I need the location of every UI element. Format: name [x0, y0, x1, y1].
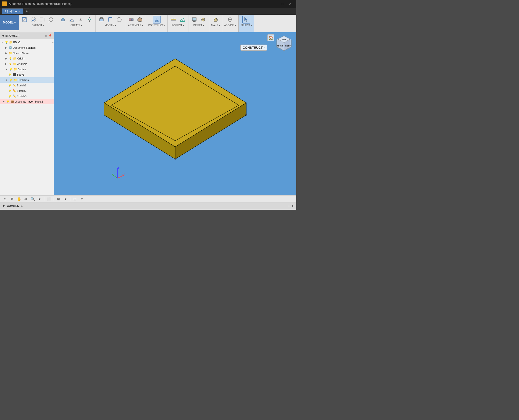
tree-item-choc-layer[interactable]: ▶ 💡 📦 chocolate_layer_base:1 [0, 99, 54, 104]
modify-chamfer-icon[interactable] [115, 16, 123, 23]
svg-rect-3 [40, 17, 44, 22]
create-mirror-icon[interactable] [86, 16, 93, 23]
tree-icon-bulb-sketches: 💡 [9, 78, 13, 82]
close-button[interactable]: ✕ [286, 1, 294, 6]
tree-item-sketch2[interactable]: 💡 ✏️ Sketch2 [0, 88, 54, 93]
view-dropdown-btn[interactable]: ▾ [36, 196, 43, 202]
app-icon: F [2, 1, 7, 6]
make-icon[interactable] [212, 16, 220, 23]
tree-item-bodies[interactable]: ▼ 💡 📁 Bodies [0, 67, 54, 72]
modify-group: MODIFY ▾ [96, 15, 125, 32]
svg-marker-26 [180, 18, 185, 22]
maximize-button[interactable]: □ [278, 1, 286, 6]
inspect-measure-icon[interactable] [170, 16, 177, 23]
svg-rect-12 [99, 19, 103, 21]
inspect-label: INSPECT ▾ [172, 24, 184, 27]
browser-options-btn[interactable]: ≡ [45, 34, 47, 37]
comments-expand-icon[interactable]: ▶ [3, 204, 5, 207]
browser-pin-btn[interactable]: 📌 [48, 34, 52, 37]
select-icon[interactable] [242, 16, 250, 23]
addins-icon[interactable] [226, 16, 234, 23]
comments-options-btn[interactable]: ≡ [292, 204, 293, 207]
construct-group: CONSTRUCT ▾ [146, 15, 167, 32]
addins-label: ADD-INS ▾ [224, 24, 236, 27]
construct-label: CONSTRUCT ▾ [148, 24, 165, 27]
tree-item-named-views[interactable]: ▶ 📁 Named Views [0, 50, 54, 56]
svg-line-50 [118, 175, 124, 178]
tab-close-icon[interactable]: ✕ [18, 10, 20, 13]
tree-arrow-views: ▶ [4, 52, 8, 54]
tree-label-sketch2: Sketch2 [17, 89, 54, 92]
sketch-finish-icon[interactable] [29, 16, 37, 23]
tab-pb-v8[interactable]: PB v8* ● ✕ [2, 8, 23, 14]
construct-plane-icon[interactable] [153, 16, 161, 23]
tree-arrow-bodies: ▼ [5, 68, 8, 70]
tree-arrow-doc: ▶ [4, 47, 8, 49]
bottom-toolbar: ⊕ ⧉ ✋ ⊕ 🔍 ▾ ⬜ ⊞ ▾ ⊟ ▾ [0, 195, 296, 202]
inspect-group: INSPECT ▾ [168, 15, 188, 32]
separator-3 [70, 197, 70, 201]
inspect-analysis-icon[interactable] [178, 16, 186, 23]
svg-text:Y: Y [112, 173, 113, 175]
tree-icon-bulb-choc: 💡 [6, 100, 10, 104]
browser-title: BROWSER [5, 34, 19, 37]
tree-item-root[interactable]: ▼ 💡 📁 PB v8 ● [0, 40, 54, 45]
snap-btn[interactable]: ⊟ [72, 196, 78, 202]
browser-collapse-btn[interactable]: ◀ [2, 34, 4, 37]
display-mode-btn[interactable]: ⬜ [46, 196, 52, 202]
insert-canvas-icon[interactable] [199, 16, 207, 23]
tree-icon-bulb: 💡 [4, 40, 8, 44]
svg-point-60 [174, 158, 176, 160]
tree-item-body1[interactable]: 💡 ⬛ Body1 [0, 72, 54, 77]
tab-add-button[interactable]: + [24, 9, 29, 14]
sketch-line-icon[interactable] [38, 16, 46, 23]
modify-press-pull-icon[interactable] [98, 16, 105, 23]
minimize-button[interactable]: ─ [270, 1, 278, 6]
model-button[interactable]: MODEL ▾ [0, 15, 19, 30]
svg-marker-32 [215, 18, 217, 19]
tree-item-analysis[interactable]: ▶ 💡 📁 Analysis [0, 61, 54, 67]
main-layout: ◀ BROWSER ≡ 📌 ▼ 💡 📁 PB v8 ● ▶ ⚙️ Documen… [0, 32, 296, 195]
view-cube[interactable]: TOP FRONT RIGHT [274, 35, 294, 54]
insert-icon[interactable] [190, 16, 198, 23]
create-sigma-icon[interactable]: Σ [77, 16, 85, 23]
sketch-create-icon[interactable] [21, 16, 28, 23]
zoom-fit-btn[interactable]: 🔍 [29, 196, 36, 202]
svg-line-53 [113, 175, 118, 178]
grid-btn[interactable]: ⊞ [55, 196, 62, 202]
tree-icon-bulb-origin: 💡 [8, 57, 12, 60]
make-group: MAKE ▾ [209, 15, 222, 32]
assemble-joint-icon[interactable] [136, 16, 144, 23]
grid-dropdown-btn[interactable]: ▾ [62, 196, 69, 202]
tree-icon-gear: ⚙️ [8, 46, 12, 50]
sketch-circle-icon[interactable] [47, 16, 55, 23]
tree-item-origin[interactable]: ▶ 💡 📁 Origin [0, 56, 54, 61]
tree-label-choc: chocolate_layer_base:1 [15, 100, 54, 103]
viewport[interactable]: 🏠 TOP FRONT RIGHT [54, 32, 296, 195]
make-icons-row [212, 16, 220, 23]
tree-item-sketch1[interactable]: 💡 ✏️ Sketch1 [0, 83, 54, 88]
tree-item-sketch3[interactable]: 💡 ✏️ Sketch3 [0, 93, 54, 99]
snap-dropdown-btn[interactable]: ▾ [79, 196, 85, 202]
tree-icon-bulb-sketch1: 💡 [8, 83, 12, 87]
comments-add-btn[interactable]: + [288, 204, 290, 207]
tree-item-doc-settings[interactable]: ▶ ⚙️ Document Settings [0, 45, 54, 50]
home-button[interactable]: 🏠 [267, 34, 274, 41]
sketch-label: SKETCH ▾ [32, 24, 44, 27]
modify-fillet-icon[interactable] [106, 16, 114, 23]
create-icons-row: Σ [59, 16, 93, 23]
pan-btn[interactable]: ✋ [16, 196, 22, 202]
create-revolve-icon[interactable] [68, 16, 76, 23]
svg-point-34 [229, 19, 231, 20]
pan-orbit-btn[interactable]: ⧉ [9, 196, 15, 202]
tree-icon-sketches: 📁 [13, 78, 17, 82]
orbit-btn[interactable]: ⊕ [2, 196, 8, 202]
zoom-btn[interactable]: ⊕ [23, 196, 29, 202]
tree-item-sketches[interactable]: ▼ 💡 📁 Sketches [0, 77, 54, 83]
tree-icon-bulb-body1: 💡 [8, 73, 12, 77]
create-extrude-icon[interactable] [59, 16, 67, 23]
tree-icon-folder: 📁 [9, 40, 13, 44]
tree-icon-bulb-analysis: 💡 [8, 62, 12, 66]
assemble-icon[interactable] [127, 16, 135, 23]
animation-controls: ⏮ ⏪ ▶ ⏩ ⏭ ⬜⬜⬜⬜⬜⬜⬜⬜⬜⬜⬜⬜⬜⬜⬜⬜⬜⬜⬜⬜ ⚙️ [0, 209, 296, 210]
